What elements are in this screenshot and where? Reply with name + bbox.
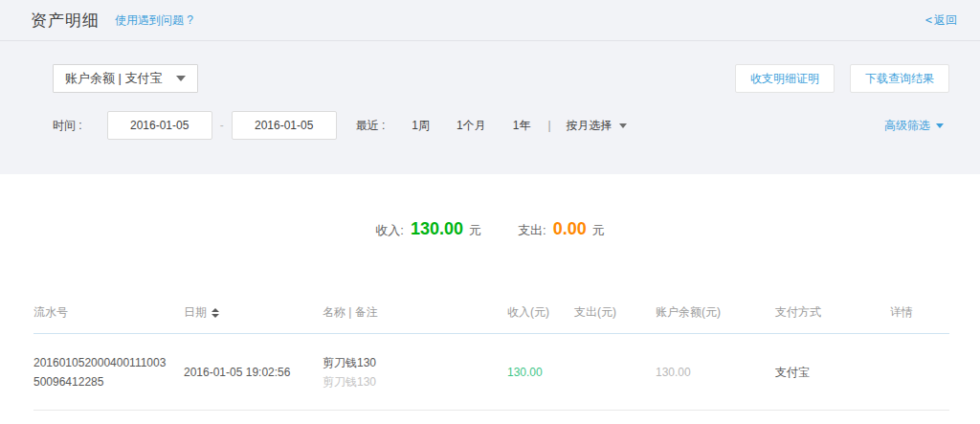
advanced-filter-dropdown[interactable]: 高级筛选: [884, 118, 944, 134]
header-name-remark: 名称 | 备注: [323, 304, 507, 321]
asset-details-page: 资产明细 使用遇到问题 ? <返回 账户余额 | 支付宝 收支明细证明 下载查询…: [0, 0, 980, 424]
header-income: 收入(元): [507, 304, 574, 321]
range-1-week[interactable]: 1周: [412, 118, 430, 134]
results-area: 收入: 130.00 元 支出: 0.00 元 流水号 日期 名称 | 备注 收…: [0, 174, 980, 411]
cell-income: 130.00: [507, 363, 574, 382]
summary-totals: 收入: 130.00 元 支出: 0.00 元: [0, 174, 980, 239]
account-type-value: 账户余额 | 支付宝: [65, 70, 163, 87]
sort-icon: [212, 308, 219, 318]
recent-label: 最近 :: [356, 118, 386, 134]
date-to-input[interactable]: [232, 111, 337, 140]
caret-down-icon: [936, 123, 944, 128]
cell-datetime: 2016-01-05 19:02:56: [184, 363, 323, 382]
transaction-remark: 剪刀钱130: [323, 372, 507, 391]
month-select-label: 按月选择: [567, 118, 612, 134]
table-row: 201601052000400111003 50096412285 2016-0…: [33, 334, 949, 411]
income-label: 收入:: [375, 222, 404, 239]
account-type-dropdown[interactable]: 账户余额 | 支付宝: [53, 64, 198, 93]
table-header-row: 流水号 日期 名称 | 备注 收入(元) 支出(元) 账户余额(元) 支付方式 …: [33, 292, 949, 334]
header-detail: 详情: [890, 304, 949, 321]
month-select-dropdown[interactable]: 按月选择: [567, 118, 627, 134]
header-date-sort[interactable]: 日期: [184, 304, 323, 321]
download-results-button[interactable]: 下载查询结果: [850, 64, 949, 93]
header-date-label: 日期: [184, 304, 207, 321]
help-link[interactable]: 使用遇到问题 ?: [115, 12, 193, 29]
toolbar-buttons: 收支明细证明 下载查询结果: [735, 64, 949, 93]
header-balance: 账户余额(元): [656, 304, 775, 321]
expense-total: 0.00: [553, 219, 587, 239]
cell-balance: 130.00: [656, 363, 775, 382]
caret-down-icon: [176, 76, 186, 81]
filter-panel: 资产明细 使用遇到问题 ? <返回 账户余额 | 支付宝 收支明细证明 下载查询…: [0, 0, 980, 174]
vertical-divider: |: [547, 119, 550, 132]
header-serial: 流水号: [33, 304, 184, 321]
chevron-left-icon: <: [925, 13, 932, 27]
time-label: 时间 :: [53, 118, 82, 134]
cell-serial: 201601052000400111003 50096412285: [33, 353, 184, 391]
income-total: 130.00: [411, 219, 463, 239]
advanced-filter-label: 高级筛选: [884, 118, 930, 134]
transactions-table: 流水号 日期 名称 | 备注 收入(元) 支出(元) 账户余额(元) 支付方式 …: [33, 292, 949, 411]
date-from-input[interactable]: [107, 111, 212, 140]
header-expense: 支出(元): [574, 304, 656, 321]
caret-down-icon: [619, 123, 627, 128]
expense-unit: 元: [592, 222, 605, 239]
cell-name-remark: 剪刀钱130 剪刀钱130: [323, 353, 507, 391]
toolbar-row: 账户余额 | 支付宝 收支明细证明 下载查询结果: [0, 64, 980, 93]
cell-payment: 支付宝: [775, 363, 890, 382]
serial-line-1: 201601052000400111003: [33, 353, 184, 372]
serial-line-2: 50096412285: [33, 372, 184, 391]
back-label: 返回: [934, 12, 957, 29]
date-range-separator: -: [220, 119, 224, 132]
page-header: 资产明细 使用遇到问题 ? <返回: [0, 0, 980, 41]
range-1-year[interactable]: 1年: [513, 118, 531, 134]
time-filter-row: 时间 : - 最近 : 1周 1个月 1年 | 按月选择 高级筛选: [0, 111, 980, 140]
expense-label: 支出:: [518, 222, 546, 239]
back-link[interactable]: <返回: [925, 12, 957, 29]
statement-proof-button[interactable]: 收支明细证明: [735, 64, 835, 93]
range-1-month[interactable]: 1个月: [457, 118, 486, 134]
income-unit: 元: [469, 222, 481, 239]
header-payment: 支付方式: [775, 304, 890, 321]
transaction-name: 剪刀钱130: [323, 353, 507, 372]
page-title: 资产明细: [31, 10, 100, 32]
